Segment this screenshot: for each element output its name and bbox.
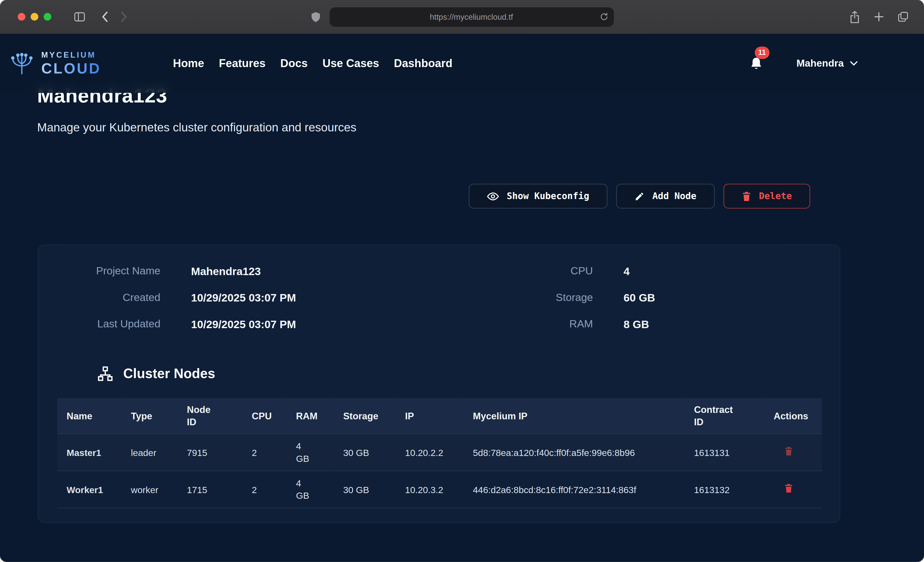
column-header-name: Name (57, 398, 122, 433)
cell-mycelium-ip: 5d8:78ea:a120:f40c:ff0f:a5fe:99e6:8b96 (464, 433, 684, 471)
zoom-button[interactable] (44, 13, 51, 21)
share-button[interactable] (849, 10, 860, 23)
cluster-details: Project Name Mahendra123 Created 10/29/2… (38, 263, 840, 333)
detail-label: RAM (546, 315, 593, 333)
cell-actions (764, 471, 822, 508)
reload-button[interactable] (599, 12, 608, 21)
table-header-row: Name Type Node ID CPU RAM Storage IP Myc… (57, 398, 822, 433)
nav-item-docs[interactable]: Docs (280, 57, 308, 70)
show-kubeconfig-button[interactable]: Show Kubeconfig (469, 184, 608, 209)
detail-value: 60 GB (624, 289, 655, 306)
column-header-cpu: CPU (242, 398, 286, 433)
details-right: CPU 4 Storage 60 GB RAM 8 GB (546, 263, 655, 333)
nav-links: Home Features Docs Use Cases Dashboard (173, 57, 453, 70)
nav-item-home[interactable]: Home (173, 57, 204, 70)
cell-node-id: 7915 (177, 433, 242, 471)
browser-toolbar: https://myceliumcloud.tf (0, 0, 924, 34)
sidebar-toggle-button[interactable] (74, 12, 86, 22)
table-row: Worker1 worker 1715 2 4 GB 30 GB 10.20.3… (57, 471, 822, 508)
cell-name: Master1 (57, 433, 122, 471)
cell-ip: 10.20.3.2 (396, 471, 464, 508)
share-icon (849, 10, 860, 23)
add-node-label: Add Node (652, 191, 696, 201)
forward-button[interactable] (120, 11, 128, 22)
user-name: Mahendra (796, 58, 844, 69)
details-left: Project Name Mahendra123 Created 10/29/2… (83, 263, 296, 333)
column-header-type: Type (122, 398, 177, 433)
cluster-nodes-heading: Cluster Nodes (97, 366, 840, 382)
column-header-node-id: Node ID (177, 398, 242, 433)
site-navbar: MYCELIUM CLOUD Home Features Docs Use Ca… (0, 34, 924, 93)
brand-logo[interactable]: MYCELIUM CLOUD (8, 51, 101, 76)
address-url: https://myceliumcloud.tf (430, 12, 513, 21)
cluster-page: Mahendra123 Manage your Kubernetes clust… (0, 34, 924, 523)
tab-overview-button[interactable] (898, 11, 909, 22)
cell-contract-id: 1613131 (684, 433, 764, 471)
cluster-nodes-title: Cluster Nodes (123, 366, 215, 382)
detail-value: 8 GB (624, 315, 655, 333)
cell-cpu: 2 (242, 471, 286, 508)
delete-node-button[interactable] (774, 483, 793, 493)
column-header-storage: Storage (334, 398, 396, 433)
cell-storage: 30 GB (334, 433, 396, 471)
detail-label: Storage (546, 289, 593, 306)
detail-label: Created (83, 289, 160, 306)
notification-badge: 11 (754, 46, 770, 58)
cell-ip: 10.20.2.2 (396, 433, 464, 471)
back-button[interactable] (101, 11, 108, 22)
trash-icon (784, 446, 793, 456)
sitemap-icon (97, 366, 113, 382)
eye-icon (487, 191, 499, 200)
detail-value: 4 (624, 263, 655, 280)
window-controls (18, 13, 51, 21)
detail-label: Last Updated (83, 315, 160, 333)
column-header-ram: RAM (286, 398, 334, 433)
detail-value: Mahendra123 (191, 263, 296, 280)
cell-cpu: 2 (242, 433, 286, 471)
column-header-mycelium-ip: Mycelium IP (464, 398, 684, 433)
action-buttons: Show Kubeconfig Add Node Delete (0, 184, 810, 209)
show-kubeconfig-label: Show Kubeconfig (507, 191, 590, 201)
detail-label: CPU (546, 263, 593, 280)
delete-node-button[interactable] (774, 446, 793, 456)
minimize-button[interactable] (31, 13, 39, 21)
nav-item-use-cases[interactable]: Use Cases (322, 57, 379, 70)
cell-ram: 4 GB (286, 471, 334, 508)
chevron-right-icon (120, 11, 128, 22)
toolbar-right (849, 10, 909, 23)
cell-name: Worker1 (57, 471, 122, 508)
chevron-left-icon (101, 11, 108, 22)
add-node-button[interactable]: Add Node (616, 184, 715, 209)
nav-item-features[interactable]: Features (219, 57, 266, 70)
detail-value: 10/29/2025 03:07 PM (191, 315, 296, 333)
cluster-nodes-table: Name Type Node ID CPU RAM Storage IP Myc… (57, 398, 822, 508)
pencil-icon (635, 191, 645, 201)
nav-item-dashboard[interactable]: Dashboard (394, 57, 452, 70)
privacy-shield-icon (310, 11, 321, 22)
detail-value: 10/29/2025 03:07 PM (191, 289, 296, 306)
page-subtitle: Manage your Kubernetes cluster configura… (37, 120, 924, 136)
browser-window: https://myceliumcloud.tf (0, 0, 924, 562)
close-button[interactable] (18, 13, 26, 21)
trash-icon (742, 191, 752, 201)
stage: https://myceliumcloud.tf (0, 0, 924, 562)
new-tab-button[interactable] (874, 12, 884, 22)
cell-ram: 4 GB (286, 433, 334, 471)
cell-storage: 30 GB (334, 471, 396, 508)
user-menu[interactable]: Mahendra (796, 58, 858, 69)
brand-name-top: MYCELIUM (41, 51, 101, 60)
brand-name-bottom: CLOUD (41, 61, 101, 76)
cell-mycelium-ip: 446:d2a6:8bcd:8c16:ff0f:72e2:3114:863f (464, 471, 684, 508)
notifications-button[interactable]: 11 (749, 56, 763, 71)
cell-actions (764, 433, 822, 471)
plus-icon (874, 12, 884, 22)
site-viewport: Mahendra123 Manage your Kubernetes clust… (0, 34, 924, 562)
cluster-detail-card: Project Name Mahendra123 Created 10/29/2… (38, 244, 840, 523)
column-header-actions: Actions (764, 398, 822, 433)
address-bar[interactable]: https://myceliumcloud.tf (329, 7, 614, 27)
cell-type: leader (122, 433, 177, 471)
cell-type: worker (122, 471, 177, 508)
delete-label: Delete (759, 191, 792, 201)
column-header-ip: IP (396, 398, 464, 433)
delete-cluster-button[interactable]: Delete (723, 184, 810, 209)
